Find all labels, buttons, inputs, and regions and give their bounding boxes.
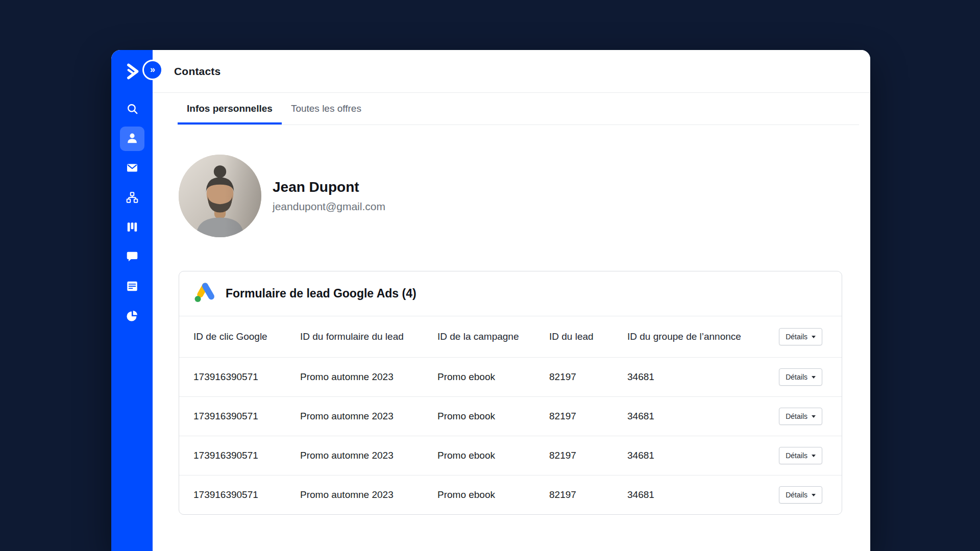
- google-ads-lead-form-card: Formulaire de lead Google Ads (4) ID de …: [179, 271, 842, 515]
- cell-google-click-id: 173916390571: [193, 450, 300, 461]
- cell-lead-id: 82197: [549, 371, 627, 383]
- search-icon: [126, 102, 139, 117]
- tab-label: Infos personnelles: [187, 103, 273, 114]
- pie-chart-icon: [126, 309, 139, 324]
- details-button-label: Détails: [786, 333, 807, 341]
- cell-lead-id: 82197: [549, 450, 627, 461]
- details-button[interactable]: Détails: [779, 408, 822, 425]
- tabs-bar: Infos personnelles Toutes les offres: [178, 93, 859, 125]
- sitemap-icon: [126, 191, 139, 206]
- column-header-lead-id: ID du lead: [549, 331, 627, 342]
- avatar-portrait-illustration: [179, 155, 261, 237]
- tab-infos-personnelles[interactable]: Infos personnelles: [178, 93, 282, 124]
- column-header-google-click-id: ID de clic Google: [193, 331, 300, 342]
- page-header: Contacts: [153, 50, 870, 93]
- sidebar-item-conversations[interactable]: [120, 245, 144, 269]
- contact-profile: Jean Dupont jeandupont@gmail.com: [179, 155, 870, 237]
- details-button[interactable]: Détails: [779, 486, 822, 504]
- details-button[interactable]: Détails: [779, 368, 822, 386]
- chevrons-right-icon: »: [150, 65, 155, 74]
- cell-google-click-id: 173916390571: [193, 371, 300, 383]
- page-title: Contacts: [174, 65, 220, 78]
- cell-ad-group-id: 34681: [627, 411, 774, 422]
- table-row: 173916390571 Promo automne 2023 Promo eb…: [179, 357, 842, 396]
- app-window: »: [111, 50, 870, 551]
- sidebar-item-deals[interactable]: [120, 215, 144, 240]
- desktop-background: »: [0, 0, 980, 551]
- details-button[interactable]: Détails: [779, 447, 822, 464]
- avatar: [179, 155, 261, 237]
- contacts-icon: [126, 132, 139, 146]
- details-button-label: Détails: [786, 412, 807, 420]
- contact-identity: Jean Dupont jeandupont@gmail.com: [273, 179, 385, 213]
- chevron-down-icon: [812, 336, 816, 338]
- cell-lead-id: 82197: [549, 489, 627, 500]
- card-header: Formulaire de lead Google Ads (4): [179, 271, 842, 316]
- cell-campaign-id: Promo ebook: [437, 450, 549, 461]
- sidebar-expand-button[interactable]: »: [142, 60, 163, 80]
- kanban-icon: [126, 220, 139, 235]
- table-row: 173916390571 Promo automne 2023 Promo eb…: [179, 436, 842, 475]
- column-header-campaign-id: ID de la campagne: [437, 331, 549, 342]
- sidebar-item-automations[interactable]: [120, 186, 144, 210]
- activecampaign-logo-icon: [123, 62, 141, 81]
- chevron-down-icon: [812, 494, 816, 496]
- details-button[interactable]: Détails: [779, 328, 822, 345]
- chevron-down-icon: [812, 376, 816, 379]
- chevron-down-icon: [812, 455, 816, 457]
- cell-lead-form-id: Promo automne 2023: [300, 450, 437, 461]
- table-row: 173916390571 Promo automne 2023 Promo eb…: [179, 475, 842, 514]
- details-button-label: Détails: [786, 491, 807, 499]
- card-title: Formulaire de lead Google Ads (4): [226, 287, 416, 300]
- sidebar-item-reports[interactable]: [120, 304, 144, 329]
- table-row: 173916390571 Promo automne 2023 Promo eb…: [179, 396, 842, 436]
- table-header-row: ID de clic Google ID du formulaire du le…: [179, 316, 842, 357]
- details-button-label: Détails: [786, 452, 807, 460]
- cell-lead-id: 82197: [549, 411, 627, 422]
- sidebar-nav: [120, 93, 144, 329]
- details-button-label: Détails: [786, 373, 807, 381]
- cell-google-click-id: 173916390571: [193, 489, 300, 500]
- sidebar-item-search[interactable]: [120, 97, 144, 121]
- column-header-lead-form-id: ID du formulaire du lead: [300, 331, 437, 342]
- cell-google-click-id: 173916390571: [193, 411, 300, 422]
- contact-name: Jean Dupont: [273, 179, 385, 195]
- contact-email: jeandupont@gmail.com: [273, 201, 385, 213]
- cell-lead-form-id: Promo automne 2023: [300, 411, 437, 422]
- cell-ad-group-id: 34681: [627, 489, 774, 500]
- cell-campaign-id: Promo ebook: [437, 489, 549, 500]
- chat-icon: [126, 250, 139, 265]
- cell-campaign-id: Promo ebook: [437, 411, 549, 422]
- main-content: Contacts Infos personnelles Toutes les o…: [153, 50, 870, 551]
- mail-icon: [126, 161, 139, 176]
- column-header-ad-group-id: ID du groupe de l’annonce: [627, 331, 774, 342]
- cell-ad-group-id: 34681: [627, 371, 774, 383]
- form-icon: [126, 280, 139, 294]
- cell-ad-group-id: 34681: [627, 450, 774, 461]
- tab-toutes-les-offres[interactable]: Toutes les offres: [282, 93, 371, 124]
- sidebar-item-forms[interactable]: [120, 274, 144, 299]
- sidebar-item-campaigns[interactable]: [120, 156, 144, 181]
- cell-lead-form-id: Promo automne 2023: [300, 489, 437, 500]
- sidebar-item-contacts[interactable]: [120, 127, 144, 151]
- chevron-down-icon: [812, 415, 816, 418]
- tab-label: Toutes les offres: [291, 103, 361, 114]
- sidebar: »: [111, 50, 153, 551]
- cell-lead-form-id: Promo automne 2023: [300, 371, 437, 383]
- cell-campaign-id: Promo ebook: [437, 371, 549, 383]
- google-ads-icon: [192, 281, 216, 307]
